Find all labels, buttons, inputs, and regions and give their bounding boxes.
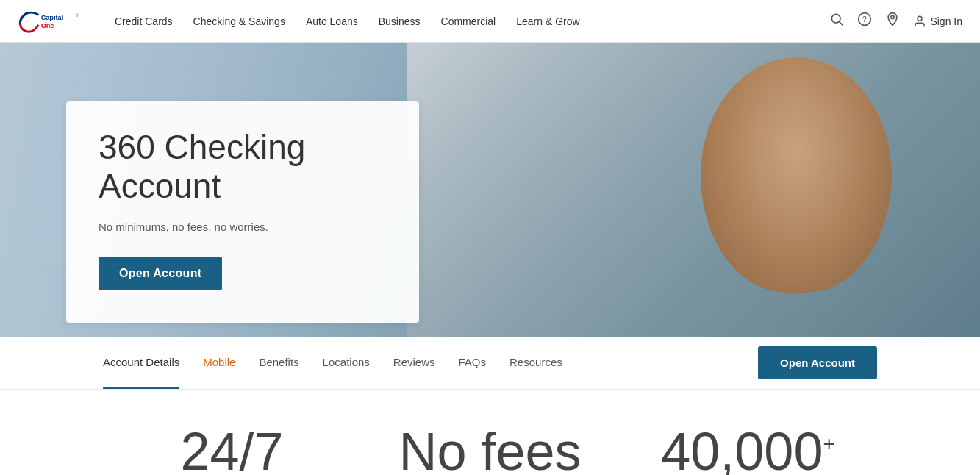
sub-nav-benefits[interactable]: Benefits <box>259 337 298 389</box>
main-nav: Capital One ® Credit Cards Checking & Sa… <box>0 0 980 43</box>
svg-line-4 <box>840 22 843 26</box>
sign-in-button[interactable]: Sign In <box>913 15 962 28</box>
sub-navigation: Account Details Mobile Benefits Location… <box>0 337 980 390</box>
svg-text:?: ? <box>862 15 867 24</box>
nav-commercial[interactable]: Commercial <box>441 15 496 27</box>
stat-40000-sup: + <box>823 434 834 454</box>
sub-nav-account-details[interactable]: Account Details <box>103 337 179 389</box>
search-icon[interactable] <box>829 12 844 30</box>
hero-section: 360 Checking Account No minimums, no fee… <box>0 43 980 337</box>
sub-nav-mobile[interactable]: Mobile <box>203 337 235 389</box>
svg-point-8 <box>918 16 922 21</box>
nav-right: ? Sign In <box>829 12 962 30</box>
help-icon[interactable]: ? <box>857 12 872 30</box>
svg-text:One: One <box>41 22 54 29</box>
nav-checking-savings[interactable]: Checking & Savings <box>193 15 285 27</box>
hero-subtitle: No minimums, no fees, no worries. <box>99 221 384 233</box>
nav-learn-grow[interactable]: Learn & Grow <box>516 15 579 27</box>
nav-auto-loans[interactable]: Auto Loans <box>306 15 358 27</box>
sub-nav-reviews[interactable]: Reviews <box>393 337 435 389</box>
stat-40000-value: 40,000+ <box>619 425 877 475</box>
sub-nav-resources[interactable]: Resources <box>509 337 562 389</box>
stat-no-fees: No fees <box>361 425 619 475</box>
logo[interactable]: Capital One ® <box>18 8 91 35</box>
svg-text:®: ® <box>76 13 79 18</box>
hero-open-account-button[interactable]: Open Account <box>99 257 222 290</box>
sub-nav-links: Account Details Mobile Benefits Location… <box>103 337 562 389</box>
stat-no-fees-value: No fees <box>361 425 619 475</box>
hero-image <box>407 43 980 337</box>
hero-title: 360 Checking Account <box>99 128 384 206</box>
stats-section: 24/7 No fees 40,000+ <box>0 390 980 475</box>
stat-40000: 40,000+ <box>619 425 877 475</box>
nav-credit-cards[interactable]: Credit Cards <box>115 15 173 27</box>
sign-in-label: Sign In <box>930 15 962 27</box>
location-icon[interactable] <box>885 12 900 30</box>
svg-text:Capital: Capital <box>41 13 64 21</box>
svg-point-7 <box>891 15 894 18</box>
sub-nav-faqs[interactable]: FAQs <box>459 337 487 389</box>
nav-business[interactable]: Business <box>379 15 421 27</box>
hero-card: 360 Checking Account No minimums, no fee… <box>66 101 419 323</box>
sub-nav-locations[interactable]: Locations <box>323 337 370 389</box>
stat-247: 24/7 <box>103 425 361 475</box>
stat-247-value: 24/7 <box>103 425 361 475</box>
nav-links: Credit Cards Checking & Savings Auto Loa… <box>115 15 829 27</box>
sub-nav-open-account-button[interactable]: Open Account <box>758 346 877 379</box>
